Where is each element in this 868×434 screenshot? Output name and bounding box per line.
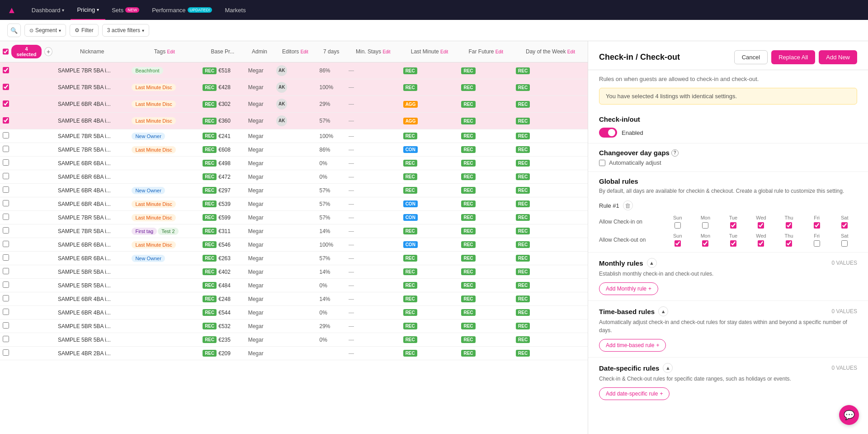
time-based-rules-section: Time-based rules ▲ 0 VALUES Automaticall… [588,301,868,358]
row-checkbox[interactable] [3,159,9,166]
cell-minstays: — [346,184,401,197]
checkin-day-checkbox[interactable] [675,222,681,229]
nav-item-markets[interactable]: Markets [218,0,252,20]
monthly-rules-collapse-btn[interactable]: ▲ [647,258,657,268]
help-icon[interactable]: ? [671,149,679,157]
cell-dayofweek: REC [513,347,588,360]
chevron-down-icon: ▾ [62,8,64,13]
nav-item-dashboard[interactable]: Dashboard ▾ [25,0,71,20]
cell-price: REC €599 [200,211,245,224]
checkin-day-mon: Mon [693,215,718,229]
checkin-day-fri: Fri [804,215,830,229]
row-checkbox[interactable] [3,200,9,206]
row-checkbox[interactable] [3,132,9,138]
add-date-specific-rule-button[interactable]: Add date-specific rule + [599,387,670,400]
add-new-button[interactable]: Add New [819,50,857,64]
row-checkbox[interactable] [3,173,9,179]
add-time-based-rule-button[interactable]: Add time-based rule + [599,339,666,352]
cancel-button[interactable]: Cancel [734,50,768,64]
row-checkbox[interactable] [3,214,9,220]
row-checkbox[interactable] [3,67,9,73]
cell-editors [274,238,316,252]
add-monthly-rule-button[interactable]: Add Monthly rule + [599,282,658,295]
row-checkbox[interactable] [3,146,9,152]
cell-minstays: — [346,224,401,238]
cell-7days: 100% [317,129,346,143]
cell-admin: Megar [245,211,274,224]
replace-all-button[interactable]: Replace All [771,50,815,64]
cell-admin: Megar [245,320,274,333]
checkout-day-checkbox[interactable] [758,240,764,247]
segment-dropdown[interactable]: ⊙ Segment ▾ [24,24,66,37]
checkout-day-checkbox[interactable] [702,240,708,247]
cell-farfuture: REC [458,96,513,113]
search-button[interactable]: 🔍 [7,24,21,37]
row-checkbox[interactable] [3,227,9,234]
date-specific-rules-collapse-btn[interactable]: ▲ [663,363,673,373]
auto-adjust-checkbox[interactable] [599,160,605,166]
checkout-day-checkbox[interactable] [841,240,848,247]
rule-1-header: Rule #1 🗑 [599,200,857,210]
cell-editors: AK [274,62,316,79]
selected-badge: 4 selected [11,45,42,58]
table-row: SAMPLE 7BR 5BA i... Last Minute Disc REC… [0,211,588,224]
checkin-day-checkbox[interactable] [730,222,736,229]
top-nav: ▲ Dashboard ▾ Pricing ▾ Sets NEW Perform… [0,0,868,20]
filter-button[interactable]: ⚙ Filter [70,24,99,37]
checkout-day-checkbox[interactable] [786,240,792,247]
cell-name: SAMPLE 6BR 6BA i... [55,157,129,170]
checkout-day-thu: Thu [776,233,802,247]
checkin-day-checkbox[interactable] [841,222,848,229]
row-checkbox[interactable] [3,336,9,342]
cell-lastminute: REC [401,224,459,238]
row-checkbox[interactable] [3,295,9,301]
row-checkbox[interactable] [3,254,9,261]
day-label: Tue [729,233,738,238]
cell-editors [274,129,316,143]
cell-minstays: — [346,265,401,279]
cell-dayofweek: REC [513,306,588,320]
cell-lastminute: REC [401,157,459,170]
row-checkbox[interactable] [3,117,9,124]
time-based-rules-collapse-btn[interactable]: ▲ [658,306,668,316]
row-checkbox[interactable] [3,100,9,107]
select-all-checkbox[interactable] [3,48,9,55]
checkout-day-checkbox[interactable] [730,240,736,247]
rule-delete-button[interactable]: 🗑 [623,200,633,210]
cell-lastminute: REC [401,279,459,292]
checkin-day-checkbox[interactable] [814,222,820,229]
checkout-day-checkbox[interactable] [814,240,820,247]
active-filters-button[interactable]: 3 active filters ▾ [102,24,149,37]
col-nickname: Nickname [55,41,129,62]
row-checkbox[interactable] [3,241,9,247]
checkin-day-checkbox[interactable] [702,222,708,229]
row-checkbox[interactable] [3,309,9,315]
cell-admin: Megar [245,96,274,113]
row-checkbox[interactable] [3,186,9,193]
add-row-button[interactable]: + [44,47,52,56]
cell-7days: 100% [317,238,346,252]
nav-item-sets[interactable]: Sets NEW [105,0,146,20]
cell-lastminute: REC [401,184,459,197]
cell-dayofweek: REC [513,238,588,252]
cell-minstays: — [346,211,401,224]
nav-item-performance[interactable]: Performance UPDATED! [146,0,218,20]
row-checkbox[interactable] [3,281,9,288]
row-checkbox[interactable] [3,322,9,329]
chat-bubble[interactable]: 💬 [839,405,859,425]
checkin-day-checkbox[interactable] [758,222,764,229]
cell-name: SAMPLE 6BR 4BA i... [55,113,129,129]
info-banner-text: You have selected 4 listings with identi… [606,93,737,100]
active-filters-chevron: ▾ [142,28,144,33]
enabled-toggle[interactable] [599,128,617,138]
nav-item-pricing[interactable]: Pricing ▾ [71,0,105,20]
day-label: Sat [841,215,849,220]
cell-admin: Megar [245,197,274,211]
row-checkbox[interactable] [3,349,9,356]
cell-dayofweek: REC [513,320,588,333]
row-checkbox[interactable] [3,84,9,90]
checkout-day-checkbox[interactable] [675,240,681,247]
checkin-day-checkbox[interactable] [786,222,792,229]
cell-7days: 0% [317,157,346,170]
row-checkbox[interactable] [3,268,9,274]
